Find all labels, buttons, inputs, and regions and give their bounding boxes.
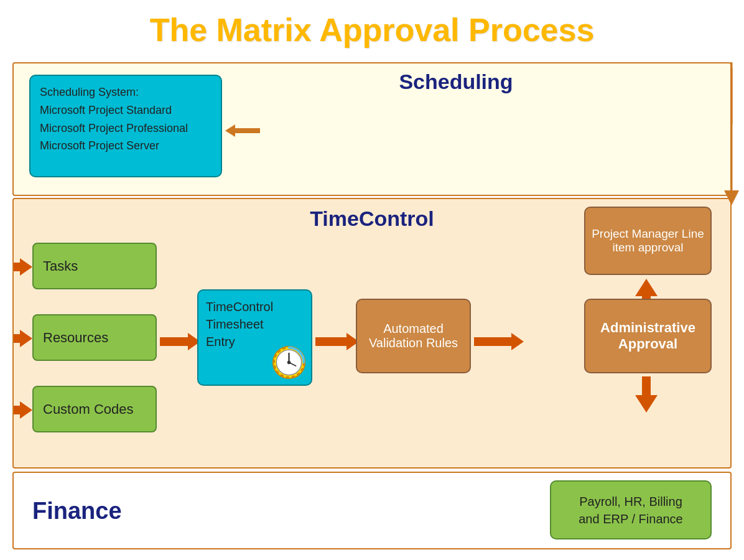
finance-box-label: Payroll, HR, Billingand ERP / Finance — [579, 493, 683, 528]
resources-label: Resources — [43, 330, 108, 346]
scheduling-system-text: Scheduling System: Microsoft Project Sta… — [40, 86, 188, 152]
arrow-shaft — [14, 406, 20, 414]
customcodes-label: Custom Codes — [43, 401, 134, 418]
customcodes-arrow — [14, 401, 32, 419]
scheduling-box: Scheduling System: Microsoft Project Sta… — [29, 75, 222, 177]
tasks-arrow — [14, 258, 32, 276]
scheduling-label: Scheduling — [231, 70, 681, 94]
timesheet-entry-label: TimeControlTimesheetEntry — [206, 300, 273, 348]
arrow-shaft — [474, 337, 511, 346]
timesheet-to-validation-arrow — [315, 333, 359, 350]
pm-approval-box: Project Manager Line item approval — [584, 207, 712, 275]
pm-approval-label: Project Manager Line item approval — [590, 227, 705, 254]
timecontrol-section: TimeControl Tasks Resources Custom Codes… — [12, 198, 732, 469]
admin-to-finance-arrow — [635, 376, 658, 413]
scheduling-section: Scheduling Scheduling System: Microsoft … — [12, 62, 732, 196]
finance-section: Finance Payroll, HR, Billingand ERP / Fi… — [12, 472, 732, 549]
arrow-shaft — [14, 334, 20, 343]
arrow-shaft — [235, 128, 260, 133]
arrow-head — [20, 401, 32, 419]
admin-approval-label: Administrative Approval — [590, 320, 705, 352]
arrow-head — [225, 124, 235, 137]
arrow-shaft — [14, 263, 20, 271]
arrow-head — [511, 333, 524, 350]
tasks-box: Tasks — [32, 243, 157, 289]
arrow-head — [20, 330, 32, 347]
validation-rules-box: AutomatedValidation Rules — [356, 299, 471, 373]
clock-icon — [272, 345, 306, 380]
finance-label: Finance — [32, 497, 122, 524]
resources-to-timesheet-arrow — [160, 333, 200, 350]
main-title: The Matrix Approval Process — [0, 0, 744, 55]
arrow-head-down — [635, 395, 658, 413]
tasks-label: Tasks — [43, 258, 78, 274]
validation-to-admin-arrow — [474, 333, 524, 350]
arrow-head — [20, 258, 32, 276]
validation-rules-label: AutomatedValidation Rules — [369, 322, 458, 350]
scheduling-arrow — [225, 124, 260, 137]
customcodes-box: Custom Codes — [32, 386, 157, 432]
timesheet-entry-box: TimeControlTimesheetEntry — [197, 289, 312, 386]
admin-approval-box: Administrative Approval — [584, 299, 712, 373]
arrow-shaft-vert — [642, 376, 651, 395]
finance-box: Payroll, HR, Billingand ERP / Finance — [550, 480, 712, 539]
arrow-shaft — [315, 337, 346, 346]
arrow-head-up — [635, 279, 658, 296]
resources-arrow — [14, 330, 32, 347]
resources-box: Resources — [32, 314, 157, 361]
arrow-shaft — [160, 337, 188, 346]
